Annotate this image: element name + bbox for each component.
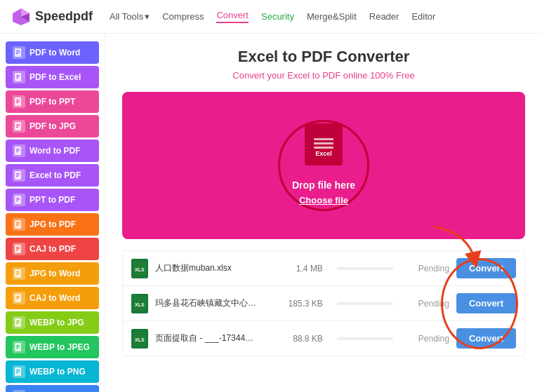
sidebar-item[interactable]: CAJ to Word xyxy=(6,287,99,309)
svg-rect-4 xyxy=(16,50,20,51)
svg-rect-38 xyxy=(16,250,18,250)
table-row: XLS 人口数据muban.xlsx 1.4 MB Pending Conver… xyxy=(123,251,524,286)
svg-rect-36 xyxy=(16,247,20,248)
svg-rect-13 xyxy=(16,101,20,102)
sidebar-item-icon xyxy=(13,194,25,206)
page-subtitle: Convert your Excel to PDF online 100% Fr… xyxy=(122,70,525,81)
svg-rect-26 xyxy=(16,176,18,177)
sidebar-item[interactable]: Excel to PDF xyxy=(6,164,99,187)
file-status: Pending xyxy=(407,264,449,273)
sidebar-item-icon xyxy=(13,71,25,83)
choose-file-link[interactable]: Choose file xyxy=(299,195,348,205)
svg-rect-28 xyxy=(16,198,20,198)
sidebar-item-icon xyxy=(13,169,25,182)
sidebar-item[interactable]: JPG to PDF xyxy=(6,213,99,236)
svg-rect-20 xyxy=(16,149,20,149)
svg-text:XLS: XLS xyxy=(135,302,145,307)
svg-rect-52 xyxy=(16,345,20,346)
svg-rect-57 xyxy=(16,371,20,372)
sidebar-item-label: WEBP to JPG xyxy=(29,318,84,327)
sidebar-item[interactable]: JPG to Word xyxy=(6,262,99,285)
nav-mergesplit[interactable]: Merge&Split xyxy=(307,11,357,22)
sidebar-item[interactable]: WEBP to PNG xyxy=(6,360,99,383)
sidebar-item-label: PDF to JPG xyxy=(29,121,76,131)
file-list-wrapper: XLS 人口数据muban.xlsx 1.4 MB Pending Conver… xyxy=(122,250,525,356)
nav-all-tools[interactable]: All Tools ▾ xyxy=(110,11,150,22)
convert-button[interactable]: Convert xyxy=(456,328,516,349)
nav-editor[interactable]: Editor xyxy=(411,11,435,22)
sidebar-item[interactable]: PDF to Word xyxy=(6,41,99,64)
file-size: 185.3 KB xyxy=(274,299,323,309)
convert-button[interactable]: Convert xyxy=(456,293,516,313)
logo-text: Speedpdf xyxy=(35,9,93,24)
convert-button[interactable]: Convert xyxy=(456,258,516,278)
sidebar-item-label: Word to PDF xyxy=(29,146,80,156)
sidebar-item-label: PPT to PDF xyxy=(29,195,75,205)
svg-rect-33 xyxy=(16,224,20,224)
logo: Speedpdf xyxy=(11,7,93,27)
svg-rect-50 xyxy=(16,323,18,324)
file-type-icon: XLS xyxy=(131,294,148,313)
file-type-icon: XLS xyxy=(131,329,148,349)
svg-rect-12 xyxy=(16,100,20,100)
svg-rect-37 xyxy=(16,248,20,249)
file-name: 玛多县花石峡镇藏文中心… xyxy=(155,297,267,309)
sidebar-item[interactable]: Word to PDF xyxy=(6,140,99,162)
nav-compress[interactable]: Compress xyxy=(162,11,204,22)
sidebar-item-label: PDF to PPT xyxy=(29,97,75,107)
sidebar-item[interactable]: WEBP to JPEG xyxy=(6,336,99,358)
sidebar-item[interactable]: WEBP to JPG xyxy=(6,311,99,334)
drop-zone[interactable]: Excel Drop file here Choose file xyxy=(122,92,525,239)
svg-rect-40 xyxy=(16,271,20,272)
sidebar-item-label: WEBP to JPEG xyxy=(29,342,90,352)
svg-rect-16 xyxy=(16,124,20,125)
sidebar-item[interactable]: PDF to JPG xyxy=(6,115,99,137)
sidebar-item[interactable]: PDF to Excel xyxy=(6,66,99,88)
table-row: XLS 玛多县花石峡镇藏文中心… 185.3 KB Pending Conver… xyxy=(123,286,524,321)
sidebar-item[interactable]: CAJ to PDF xyxy=(6,238,99,260)
file-name: 页面提取自 - ___-17344… xyxy=(155,332,267,344)
svg-rect-41 xyxy=(16,273,20,273)
excel-file-icon: Excel xyxy=(305,123,343,165)
file-list: XLS 人口数据muban.xlsx 1.4 MB Pending Conver… xyxy=(122,250,525,356)
svg-rect-53 xyxy=(16,346,20,347)
svg-rect-58 xyxy=(16,372,18,373)
file-size: 1.4 MB xyxy=(274,264,323,273)
file-progress xyxy=(337,302,393,305)
svg-rect-10 xyxy=(16,78,18,79)
file-size: 88.8 KB xyxy=(274,334,323,344)
svg-rect-24 xyxy=(16,173,20,174)
file-status: Pending xyxy=(407,299,449,309)
svg-rect-22 xyxy=(16,151,18,152)
svg-rect-48 xyxy=(16,320,20,321)
sidebar-item[interactable]: PPT to PDF xyxy=(6,189,99,211)
nav-security[interactable]: Security xyxy=(261,11,294,22)
nav-convert[interactable]: Convert xyxy=(216,10,249,23)
sidebar-item-icon xyxy=(13,292,25,304)
svg-rect-44 xyxy=(16,296,20,297)
sidebar-item-label: PDF to Excel xyxy=(29,72,81,82)
svg-rect-8 xyxy=(16,75,20,76)
svg-rect-30 xyxy=(16,201,18,201)
file-type-icon: XLS xyxy=(131,259,148,278)
sidebar-item-icon xyxy=(13,365,25,378)
file-name: 人口数据muban.xlsx xyxy=(155,262,267,274)
header: Speedpdf All Tools ▾ Compress Convert Se… xyxy=(0,0,542,34)
svg-rect-34 xyxy=(16,225,18,226)
sidebar-item[interactable]: JPG to WEBP xyxy=(6,385,99,392)
sidebar-item-label: CAJ to Word xyxy=(29,293,80,303)
svg-rect-45 xyxy=(16,297,20,298)
svg-rect-49 xyxy=(16,322,20,323)
sidebar-item[interactable]: PDF to PPT xyxy=(6,90,99,113)
svg-rect-9 xyxy=(16,76,20,77)
sidebar-item-icon xyxy=(13,120,25,133)
svg-rect-14 xyxy=(16,102,18,103)
svg-rect-29 xyxy=(16,199,20,200)
sidebar-item-icon xyxy=(13,267,25,280)
sidebar-item-label: PDF to Word xyxy=(29,48,80,58)
nav-reader[interactable]: Reader xyxy=(369,11,399,22)
sidebar-item-icon xyxy=(13,95,25,108)
layout: PDF to Word PDF to Excel PDF to PPT PDF … xyxy=(0,34,542,392)
svg-rect-17 xyxy=(16,126,20,126)
svg-rect-25 xyxy=(16,175,20,175)
